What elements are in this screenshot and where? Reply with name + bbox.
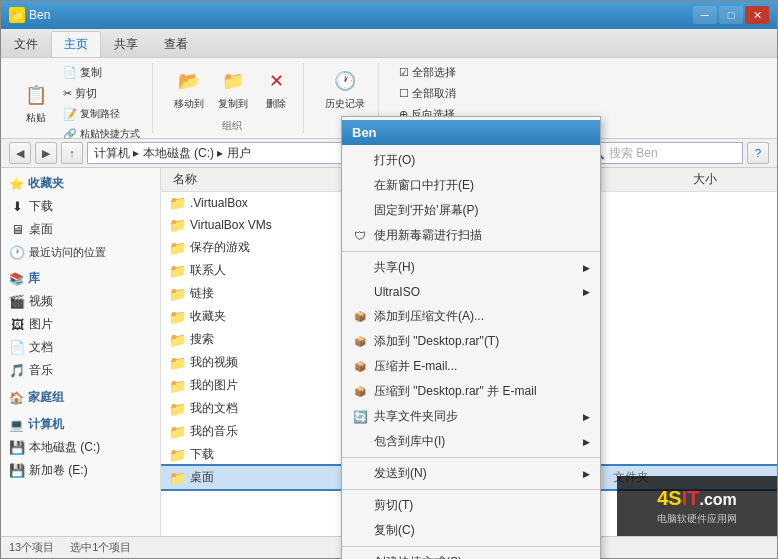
history-items: 🕐 历史记录 xyxy=(320,63,370,115)
main-window: 📁 Ben ─ □ ✕ 文件 主页 共享 查看 📋 粘贴 xyxy=(0,0,778,559)
cut-icon xyxy=(352,498,368,514)
shortcut-icon xyxy=(352,555,368,560)
menu-item-include-library[interactable]: 包含到库中(I) xyxy=(342,429,600,454)
titlebar-controls: ─ □ ✕ xyxy=(693,6,769,24)
tab-home[interactable]: 主页 xyxy=(51,31,101,57)
move-icon: 📂 xyxy=(175,67,203,95)
menu-sep2 xyxy=(342,457,600,458)
homegroup-header[interactable]: 🏠 家庭组 xyxy=(1,386,160,409)
menu-item-compress-email-rar[interactable]: 📦压缩到 "Desktop.rar" 并 E-mail xyxy=(342,379,600,404)
menu-item-open[interactable]: 打开(O) xyxy=(342,148,600,173)
computer-icon: 💻 xyxy=(9,418,24,432)
help-button[interactable]: ? xyxy=(747,142,769,164)
copy-to-button[interactable]: 📁 复制到 xyxy=(213,63,253,115)
copy-icon: 📄 xyxy=(63,66,77,79)
sync-icon: 🔄 xyxy=(352,409,368,425)
delete-button[interactable]: ✕ 删除 xyxy=(257,63,295,115)
up-button[interactable]: ↑ xyxy=(61,142,83,164)
sendto-icon xyxy=(352,466,368,482)
iso-icon xyxy=(352,284,368,300)
menu-item-compress-email[interactable]: 📦压缩并 E-mail... xyxy=(342,354,600,379)
doc-icon: 📄 xyxy=(9,340,25,356)
video-icon: 🎬 xyxy=(9,294,25,310)
tab-share[interactable]: 共享 xyxy=(101,31,151,57)
sidebar-item-recent[interactable]: 🕐 最近访问的位置 xyxy=(1,241,160,263)
library-icon: 📚 xyxy=(9,272,24,286)
deselect-all-button[interactable]: ☐ 全部取消 xyxy=(395,84,460,103)
titlebar-left: 📁 Ben xyxy=(9,7,50,23)
libraries-header[interactable]: 📚 库 xyxy=(1,267,160,290)
favorites-header[interactable]: ⭐ 收藏夹 xyxy=(1,172,160,195)
back-button[interactable]: ◀ xyxy=(9,142,31,164)
menu-item-share[interactable]: 共享(H) xyxy=(342,255,600,280)
col-type[interactable] xyxy=(609,171,689,188)
menu-item-copy[interactable]: 复制(C) xyxy=(342,518,600,543)
scissors-icon: ✂ xyxy=(63,87,72,100)
folder-icon: 📁 xyxy=(169,355,186,371)
col-size[interactable]: 大小 xyxy=(689,171,769,188)
menu-item-sync[interactable]: 🔄共享文件夹同步 xyxy=(342,404,600,429)
move-to-button[interactable]: 📂 移动到 xyxy=(169,63,209,115)
sidebar: ⭐ 收藏夹 ⬇ 下载 🖥 桌面 🕐 最近访问的位置 xyxy=(1,168,161,536)
context-menu-title: Ben xyxy=(342,120,600,145)
copy-icon xyxy=(352,523,368,539)
close-button[interactable]: ✕ xyxy=(745,6,769,24)
folder-selected-icon: 📁 xyxy=(169,470,186,486)
sidebar-item-documents[interactable]: 📄 文档 xyxy=(1,336,160,359)
history-button[interactable]: 🕐 历史记录 xyxy=(320,63,370,115)
ribbon-tabs: 文件 主页 共享 查看 xyxy=(1,29,777,58)
sidebar-item-videos[interactable]: 🎬 视频 xyxy=(1,290,160,313)
folder-icon: 📁 xyxy=(169,309,186,325)
folder-icon: 📁 xyxy=(169,217,186,233)
sidebar-item-cdrive[interactable]: 💾 本地磁盘 (C:) xyxy=(1,436,160,459)
homegroup-section: 🏠 家庭组 xyxy=(1,386,160,409)
menu-item-scan[interactable]: 🛡使用新毒霸进行扫描 xyxy=(342,223,600,248)
deselect-icon: ☐ xyxy=(399,87,409,100)
pin-icon xyxy=(352,203,368,219)
menu-item-compress-rar[interactable]: 📦添加到 "Desktop.rar"(T) xyxy=(342,329,600,354)
shield-icon: 🛡 xyxy=(352,228,368,244)
menu-item-pin[interactable]: 固定到'开始'屏幕(P) xyxy=(342,198,600,223)
rar-email-icon: 📦 xyxy=(352,384,368,400)
copy-path-button[interactable]: 📝 复制路径 xyxy=(59,105,144,123)
window-title: Ben xyxy=(29,8,50,22)
folder-icon: 📁 xyxy=(169,286,186,302)
computer-section: 💻 计算机 💾 本地磁盘 (C:) 💾 新加卷 (E:) xyxy=(1,413,160,482)
folder-icon: 📁 xyxy=(169,401,186,417)
titlebar: 📁 Ben ─ □ ✕ xyxy=(1,1,777,29)
sidebar-item-edrive[interactable]: 💾 新加卷 (E:) xyxy=(1,459,160,482)
folder-icon: 📁 xyxy=(169,263,186,279)
paste-button[interactable]: 📋 粘贴 xyxy=(17,77,55,129)
watermark: 4SIT.com 电脑软硬件应用网 xyxy=(617,476,777,536)
menu-item-open-new[interactable]: 在新窗口中打开(E) xyxy=(342,173,600,198)
menu-sep xyxy=(342,251,600,252)
libraries-section: 📚 库 🎬 视频 🖼 图片 📄 文档 🎵 音乐 xyxy=(1,267,160,382)
computer-header[interactable]: 💻 计算机 xyxy=(1,413,160,436)
sidebar-item-pictures[interactable]: 🖼 图片 xyxy=(1,313,160,336)
sidebar-item-downloads[interactable]: ⬇ 下载 xyxy=(1,195,160,218)
copy-button[interactable]: 📄 复制 xyxy=(59,63,144,82)
download-icon: ⬇ xyxy=(9,199,25,215)
search-box[interactable]: 🔍 搜索 Ben xyxy=(583,142,743,164)
share-icon xyxy=(352,260,368,276)
homegroup-icon: 🏠 xyxy=(9,391,24,405)
sidebar-item-music[interactable]: 🎵 音乐 xyxy=(1,359,160,382)
tab-file[interactable]: 文件 xyxy=(1,31,51,57)
tab-view[interactable]: 查看 xyxy=(151,31,201,57)
select-all-button[interactable]: ☑ 全部选择 xyxy=(395,63,460,82)
menu-item-ultraiso[interactable]: UltraISO xyxy=(342,280,600,304)
cut-button[interactable]: ✂ 剪切 xyxy=(59,84,144,103)
menu-sep3 xyxy=(342,489,600,490)
menu-item-compress[interactable]: 📦添加到压缩文件(A)... xyxy=(342,304,600,329)
minimize-button[interactable]: ─ xyxy=(693,6,717,24)
folder-icon: 📁 xyxy=(169,378,186,394)
new-window-icon xyxy=(352,178,368,194)
sidebar-item-desktop[interactable]: 🖥 桌面 xyxy=(1,218,160,241)
menu-item-create-shortcut[interactable]: 创建快捷方式(S) xyxy=(342,550,600,559)
menu-item-send-to[interactable]: 发送到(N) xyxy=(342,461,600,486)
compress-icon: 📦 xyxy=(352,309,368,325)
menu-item-cut[interactable]: 剪切(T) xyxy=(342,493,600,518)
maximize-button[interactable]: □ xyxy=(719,6,743,24)
forward-button[interactable]: ▶ xyxy=(35,142,57,164)
watermark-subtitle: 电脑软硬件应用网 xyxy=(657,512,737,526)
